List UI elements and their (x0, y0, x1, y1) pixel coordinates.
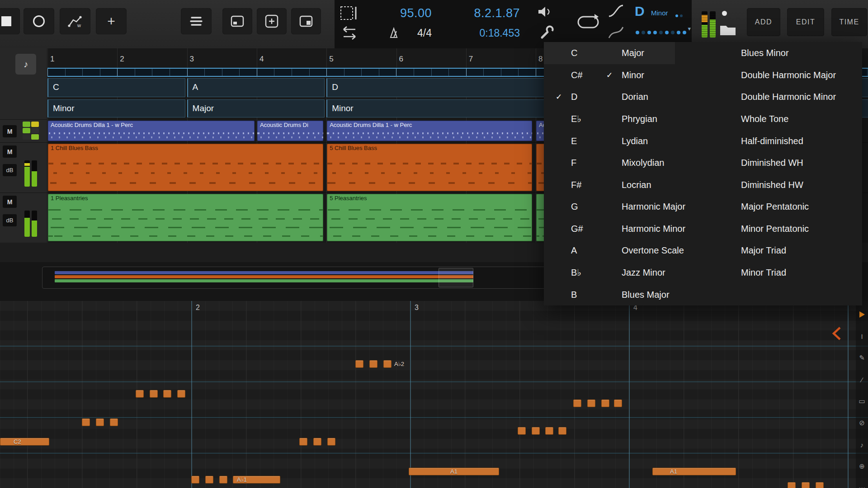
record-button[interactable] (24, 8, 54, 34)
clip-launcher-pads[interactable] (23, 122, 40, 141)
loop-toggle-button[interactable] (576, 13, 600, 33)
midi-note[interactable] (532, 427, 540, 435)
chord-cell[interactable]: Major (187, 99, 325, 117)
clip-keys[interactable]: 5 Pleasantries (327, 194, 532, 241)
midi-note[interactable] (205, 476, 213, 483)
chord-cell[interactable]: C (47, 78, 185, 97)
midi-note[interactable] (191, 476, 199, 483)
scale-option[interactable]: Jazz Minor (622, 267, 665, 278)
settings-button[interactable] (539, 24, 554, 41)
eraser-tool-icon[interactable]: ▭ (856, 391, 868, 411)
scale-root-option[interactable]: G (571, 202, 578, 212)
instrument-settings-button[interactable]: ♪ (15, 54, 36, 75)
scroll-left-chevron-icon[interactable] (831, 326, 844, 343)
scale-option[interactable]: Major Pentatonic (741, 202, 809, 212)
piano-roll-editor[interactable]: 234 A♭2C2A1A1A♭1 I✎∕▭⊘♪⊕⋯ (0, 301, 868, 488)
audio-engine-button[interactable] (536, 5, 552, 20)
midi-note[interactable] (327, 438, 335, 446)
midi-note[interactable] (573, 399, 581, 407)
scale-root-option[interactable]: B (571, 289, 577, 300)
scale-root-option[interactable]: D (571, 92, 577, 102)
chord-cell[interactable]: Minor (47, 99, 185, 117)
split-view-button[interactable] (291, 8, 321, 34)
more-tools-icon[interactable]: ⋯ (856, 478, 868, 488)
clip-drums[interactable]: Acoustic Drums Dilla 1 - w Perc (48, 121, 255, 141)
add-button[interactable]: ADD (747, 8, 780, 36)
scale-option[interactable]: Lydian (622, 136, 648, 146)
scale-root-option[interactable]: G# (571, 223, 583, 234)
midi-note[interactable] (614, 399, 622, 407)
midi-note[interactable] (369, 360, 377, 368)
mute-tool-icon[interactable]: ⊘ (856, 413, 868, 433)
midi-note[interactable] (816, 482, 824, 488)
scale-option[interactable]: Double Harmonic Minor (741, 92, 836, 102)
mute-button-keys[interactable]: M (3, 196, 17, 208)
midi-note[interactable] (652, 468, 736, 475)
clip-bass[interactable]: 1 Chill Blues Bass (48, 144, 323, 191)
scale-option[interactable]: Double Harmonic Major (741, 70, 836, 80)
scale-root-option[interactable]: F (571, 158, 576, 168)
db-button-keys[interactable]: dB (3, 214, 17, 226)
tempo-display[interactable]: 95.00 (375, 6, 432, 20)
midi-note[interactable] (110, 418, 118, 426)
scale-root-option[interactable]: E (571, 136, 577, 146)
pointer-tool-icon[interactable] (856, 305, 868, 324)
scale-option[interactable]: Mixolydian (622, 158, 664, 168)
scale-option[interactable]: Harmonic Minor (622, 223, 685, 234)
scale-option[interactable]: Diminished HW (741, 179, 803, 190)
mute-button-drums[interactable]: M (3, 125, 17, 137)
automation-write-button[interactable]: w (60, 8, 90, 34)
arranger-layers-button[interactable] (181, 8, 212, 34)
groove-curve-button-1[interactable] (607, 3, 625, 20)
zoom-tool-icon[interactable]: ⊕ (856, 456, 868, 476)
loop-selection-button[interactable] (339, 5, 360, 23)
pad-editor-button[interactable] (222, 8, 252, 34)
clip-drums[interactable]: Acoustic Drums Di (257, 121, 323, 141)
scale-option[interactable]: Blues Major (622, 289, 670, 300)
groove-curve-button-2[interactable] (607, 24, 625, 42)
midi-note[interactable] (788, 482, 796, 488)
db-button-bass[interactable]: dB (3, 164, 17, 176)
scale-root-option[interactable]: C# (571, 70, 583, 80)
overview-viewport-handle[interactable] (439, 268, 473, 287)
time-button[interactable]: TIME (831, 8, 867, 36)
clip-drums[interactable]: Acoustic Drums Dilla 1 - w Perc (327, 121, 532, 141)
mute-button-bass[interactable]: M (3, 145, 17, 158)
scale-option[interactable]: Minor Pentatonic (741, 223, 809, 234)
scale-option[interactable]: Harmonic Major (622, 202, 685, 212)
add-panel-button[interactable] (257, 8, 287, 34)
scale-option[interactable]: Major Triad (741, 245, 786, 256)
midi-note[interactable] (545, 427, 553, 435)
scale-root-option[interactable]: A (571, 245, 577, 256)
scale-option[interactable]: Overtone Scale (622, 245, 684, 256)
time-signature-display[interactable]: 4/4 (402, 27, 432, 39)
scale-option[interactable]: Locrian (622, 179, 651, 190)
scale-option[interactable]: Dorian (622, 92, 648, 102)
scale-root-option[interactable]: C (571, 48, 577, 58)
midi-note[interactable] (355, 360, 363, 368)
midi-note[interactable] (601, 399, 609, 407)
midi-note[interactable] (177, 390, 185, 398)
scale-option[interactable]: Blues Minor (741, 48, 789, 58)
scale-option[interactable]: Phrygian (622, 114, 657, 124)
midi-note[interactable] (518, 427, 526, 435)
midi-note[interactable] (558, 427, 566, 435)
midi-note[interactable] (313, 438, 321, 446)
midi-note[interactable] (219, 476, 227, 483)
add-track-button[interactable]: + (96, 8, 127, 34)
position-display[interactable]: 8.2.1.87 (464, 6, 520, 20)
midi-note[interactable] (136, 390, 144, 398)
scale-option[interactable]: Diminished WH (741, 158, 803, 168)
clip-keys[interactable]: 1 Pleasantries (48, 194, 323, 241)
scale-root-option[interactable]: F# (571, 179, 581, 190)
midi-note[interactable] (0, 438, 49, 446)
chord-cell[interactable]: A (187, 78, 325, 97)
swap-direction-button[interactable] (339, 25, 360, 42)
midi-note[interactable] (82, 418, 90, 426)
edit-button[interactable]: EDIT (787, 8, 824, 36)
pencil-tool-icon[interactable]: ✎ (856, 348, 868, 368)
metronome-icon[interactable] (388, 27, 400, 41)
midi-note[interactable] (802, 482, 810, 488)
scale-selector[interactable]: D Minor ▾ (633, 4, 691, 45)
stop-button[interactable] (0, 8, 20, 34)
